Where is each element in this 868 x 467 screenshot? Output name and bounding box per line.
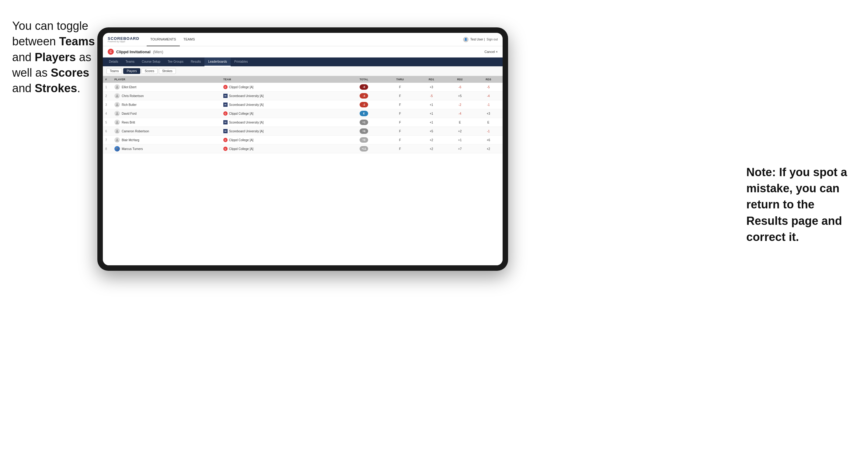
cell-rank: 4 (103, 109, 112, 118)
col-total: TOTAL (345, 76, 383, 83)
cell-rank: 7 (103, 136, 112, 145)
svg-point-3 (117, 103, 118, 105)
user-name: Test User | (470, 38, 485, 41)
cancel-button[interactable]: Cancel × (484, 50, 498, 54)
nav-tournaments[interactable]: TOURNAMENTS (147, 33, 180, 46)
col-rank: # (103, 76, 112, 83)
table-row: 4David FordCClippd College [A]EF+1-4+3 (103, 109, 503, 118)
cell-team: SBScoreboard University [A] (221, 118, 345, 127)
cell-rd2: -2 (446, 100, 474, 109)
team-logo: C (223, 111, 227, 116)
cell-rd1: +1 (417, 100, 446, 109)
cell-total: -4 (345, 92, 383, 100)
team-logo: SB (223, 102, 227, 107)
cell-total: E (345, 109, 383, 118)
team-logo: C (223, 85, 227, 89)
tab-course-setup[interactable]: Course Setup (138, 58, 164, 66)
tab-details[interactable]: Details (105, 58, 122, 66)
team-logo: SB (223, 94, 227, 98)
score-badge: -8 (360, 84, 368, 90)
tab-teams[interactable]: Teams (122, 58, 138, 66)
cell-thru: F (383, 109, 417, 118)
cell-rd1: +5 (417, 127, 446, 136)
cell-rd2: -6 (446, 83, 474, 92)
player-avatar (114, 128, 120, 134)
score-badge: -2 (360, 102, 368, 107)
logo-text: SCOREBOARD (108, 36, 140, 40)
cell-rd1: +2 (417, 136, 446, 145)
col-team: TEAM (221, 76, 345, 83)
cell-rd2: +1 (446, 136, 474, 145)
svg-point-7 (117, 139, 118, 140)
tab-tee-groups[interactable]: Tee Groups (164, 58, 187, 66)
col-rd3: RD3 (474, 76, 503, 83)
cell-rd2: +2 (446, 127, 474, 136)
cell-rank: 6 (103, 127, 112, 136)
tournament-name: Clippd Invitational (116, 50, 151, 54)
cell-rd3: +3 (474, 109, 503, 118)
tournament-gender: (Men) (153, 50, 163, 54)
table-row: 6Cameron RobertsonSBScoreboard Universit… (103, 127, 503, 136)
sign-out-link[interactable]: Sign out (487, 38, 498, 41)
tabs-bar: Details Teams Course Setup Tee Groups Re… (103, 58, 503, 66)
cell-team: SBScoreboard University [A] (221, 127, 345, 136)
tablet-screen: SCOREBOARD Powered by clippd TOURNAMENTS… (103, 33, 503, 265)
team-logo: C (223, 147, 227, 151)
team-name: Scoreboard University [A] (229, 130, 264, 133)
cell-thru: F (383, 145, 417, 153)
cell-rd1: +1 (417, 109, 446, 118)
sub-tab-strokes[interactable]: Strokes (159, 68, 176, 74)
cell-rank: 3 (103, 100, 112, 109)
score-badge: +8 (360, 137, 368, 143)
cell-rd2: -4 (446, 109, 474, 118)
sub-tab-players[interactable]: Players (123, 68, 140, 74)
cell-total: -2 (345, 100, 383, 109)
cell-rd1: -5 (417, 92, 446, 100)
score-badge: E (360, 111, 368, 116)
cell-total: -8 (345, 83, 383, 92)
player-avatar (114, 137, 120, 143)
user-avatar: 👤 (463, 37, 468, 42)
sub-tab-teams[interactable]: Teams (106, 68, 122, 74)
tab-leaderboards[interactable]: Leaderboards (205, 58, 230, 66)
team-name: Clippd College [A] (229, 147, 253, 151)
tab-printables[interactable]: Printables (230, 58, 251, 66)
cell-rd3: -1 (474, 127, 503, 136)
team-logo: C (223, 138, 227, 142)
left-annotation: You can toggle between Teams and Players… (12, 18, 97, 96)
nav-teams[interactable]: TEAMS (180, 33, 199, 46)
cell-player: David Ford (112, 109, 221, 118)
tablet-frame: SCOREBOARD Powered by clippd TOURNAMENTS… (97, 27, 508, 271)
cell-total: +6 (345, 127, 383, 136)
cell-thru: F (383, 83, 417, 92)
cell-player: 🏌Marcus Turners (112, 145, 221, 153)
sub-tab-scores[interactable]: Scores (142, 68, 158, 74)
right-annotation: Note: If you spot a mistake, you can ret… (746, 164, 856, 245)
table-row: 7Blair McHargCClippd College [A]+8F+2+1+… (103, 136, 503, 145)
svg-point-4 (117, 112, 118, 114)
team-logo: SB (223, 129, 227, 133)
team-name: Scoreboard University [A] (229, 94, 264, 98)
cell-rd1: +2 (417, 145, 446, 153)
cell-team: CClippd College [A] (221, 136, 345, 145)
player-name: Marcus Turners (122, 147, 143, 151)
cell-thru: F (383, 136, 417, 145)
cell-team: SBScoreboard University [A] (221, 100, 345, 109)
top-nav: SCOREBOARD Powered by clippd TOURNAMENTS… (103, 33, 503, 46)
cell-rd1: +3 (417, 83, 446, 92)
svg-point-6 (117, 130, 118, 131)
cell-rd3: -5 (474, 83, 503, 92)
cell-player: Chris Robertson (112, 92, 221, 100)
cell-rank: 1 (103, 83, 112, 92)
players-table: # PLAYER TEAM TOTAL THRU RD1 RD2 RD3 1El… (103, 76, 503, 153)
cell-thru: F (383, 127, 417, 136)
tab-results[interactable]: Results (187, 58, 205, 66)
col-rd1: RD1 (417, 76, 446, 83)
player-name: Rees Britt (122, 121, 135, 124)
team-name: Clippd College [A] (229, 86, 253, 89)
cell-team: CClippd College [A] (221, 83, 345, 92)
cell-rd1: +1 (417, 118, 446, 127)
cell-total: +1 (345, 118, 383, 127)
svg-point-5 (117, 121, 118, 123)
svg-point-1 (117, 86, 118, 87)
